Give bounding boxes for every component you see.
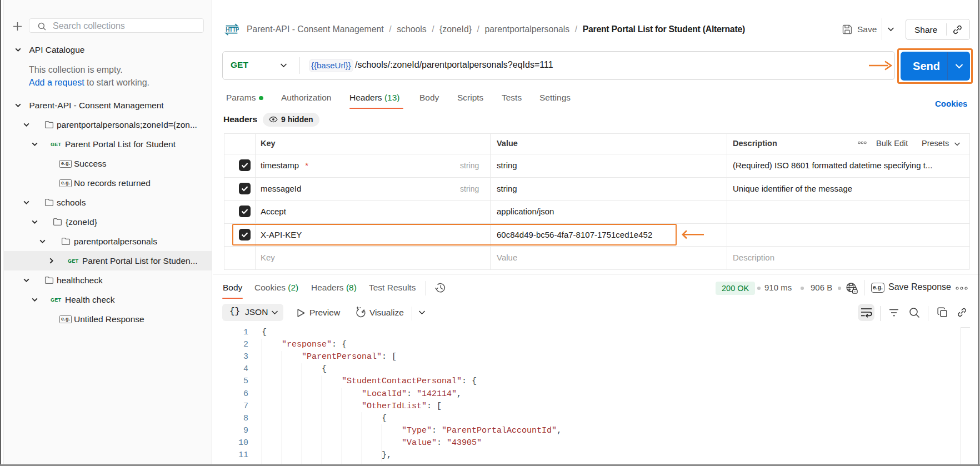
svg-text:HTTP: HTTP — [226, 27, 239, 33]
